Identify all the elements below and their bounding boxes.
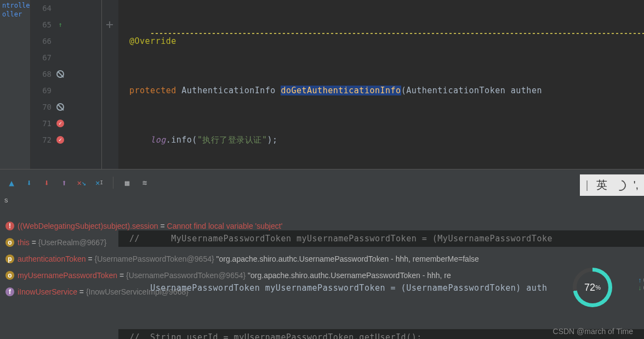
param-icon: p <box>5 255 14 263</box>
step-out-icon[interactable]: ▲ <box>5 177 18 189</box>
line-number: 65 <box>36 20 52 29</box>
vcs-marker-icon[interactable]: ↑ <box>56 20 65 29</box>
fold-handle-icon[interactable] <box>106 24 113 25</box>
cpu-percent: 72 <box>584 282 595 293</box>
step-over-icon[interactable]: ⬆ <box>58 177 70 189</box>
ime-punct: ', <box>634 179 639 191</box>
separator <box>113 177 113 189</box>
nav-item[interactable]: oller <box>1 10 29 19</box>
drop-frame-icon[interactable]: ✕I <box>93 177 105 189</box>
error-icon: ! <box>5 222 14 230</box>
nav-item[interactable]: ntroller <box>1 1 29 10</box>
code-token: (AuthenticationToken authen <box>401 86 542 95</box>
step-into-icon[interactable]: ⬇ <box>23 177 35 189</box>
code-token: protected <box>129 86 176 95</box>
cpu-widget[interactable]: 72% ↑ 0.2 K/ ↓ 0.6 K/ <box>573 268 628 323</box>
var-name: iInowUserService <box>18 287 77 296</box>
code-token: "执行了登录认证" <box>197 135 267 145</box>
line-number: 69 <box>36 86 52 95</box>
line-number: 68 <box>36 70 52 78</box>
line-number: 71 <box>36 119 52 128</box>
code-token: doGetAuthenticationInfo <box>281 86 401 95</box>
object-icon: o <box>5 238 14 247</box>
project-nav[interactable]: ntroller oller <box>0 0 31 169</box>
disabled-icon[interactable] <box>56 103 65 111</box>
code-token: @Override <box>129 36 176 46</box>
editor-gutter: 64 65↑ 66 67 68 69 70 71 72 <box>31 0 102 169</box>
cpu-ring: 72% <box>573 268 612 307</box>
line-number: 72 <box>36 135 52 144</box>
watermark: CSDN @march of Time <box>553 327 633 336</box>
ime-indicator[interactable]: | 英 ', <box>580 174 644 196</box>
field-icon: f <box>5 287 14 296</box>
breakpoint-icon[interactable] <box>56 135 65 144</box>
code-token: .info( <box>166 135 197 145</box>
line-number: 70 <box>36 103 52 111</box>
code-token: AuthenticationInfo <box>176 86 281 95</box>
object-icon: o <box>5 271 14 280</box>
disabled-icon[interactable] <box>56 70 65 78</box>
fold-gutter <box>102 0 118 169</box>
code-token: log <box>150 135 166 145</box>
var-name: myUsernamePasswordToken <box>18 271 117 280</box>
code-token: // MyUsernamePasswordToken myUsernamePas… <box>129 234 552 244</box>
run-to-cursor-icon[interactable]: ✕↘ <box>76 177 88 189</box>
breakpoint-icon[interactable] <box>56 119 65 128</box>
ime-lang: 英 <box>596 178 607 193</box>
code-token: // String userId = myUsernamePasswordTok… <box>129 332 422 339</box>
line-number: 66 <box>36 37 52 46</box>
var-name: this <box>18 238 30 247</box>
line-number: 64 <box>36 4 52 13</box>
code-token: ); <box>267 135 277 145</box>
force-step-icon[interactable]: ⬇ <box>41 177 53 189</box>
code-token: UsernamePasswordToken myUsernamePassword… <box>150 283 547 293</box>
code-area[interactable]: @Override protected AuthenticationInfo d… <box>118 0 644 339</box>
moon-icon[interactable] <box>613 178 628 193</box>
var-value: {UserRealm@9667} <box>38 238 107 247</box>
var-name: authenticationToken <box>18 255 86 263</box>
line-number: 67 <box>36 53 52 62</box>
network-stats: ↑ 0.2 K/ ↓ 0.6 K/ <box>638 276 644 292</box>
code-editor[interactable]: 64 65↑ 66 67 68 69 70 71 72 @Override pr… <box>31 0 644 169</box>
